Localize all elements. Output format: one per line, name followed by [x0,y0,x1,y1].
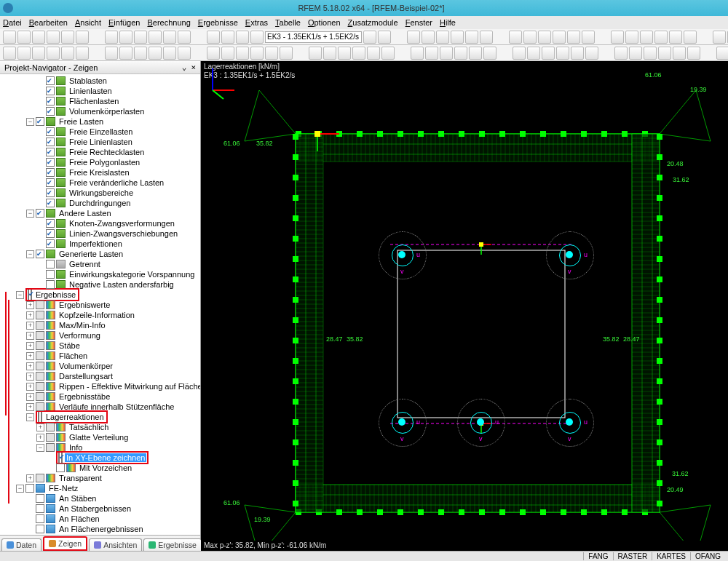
tree-item[interactable]: Getrennt [1,259,200,269]
expand-icon[interactable] [26,474,34,482]
checkbox[interactable] [36,372,44,381]
toolbar-button[interactable] [17,31,31,44]
tree-label[interactable]: Andere Lasten [58,208,113,218]
checkbox[interactable] [46,280,55,289]
toolbar-button[interactable] [582,31,595,44]
toolbar-button[interactable] [76,31,89,44]
expand-icon[interactable] [26,393,34,401]
expand-icon[interactable] [26,352,34,360]
navigator-tabs[interactable]: DatenZeigenAnsichtenErgebnisse [0,535,200,551]
status-kartes[interactable]: KARTES [652,552,690,560]
menu-datei[interactable]: Datei [3,18,22,27]
expand-icon[interactable] [26,342,34,350]
menu-extras[interactable]: Extras [245,18,268,27]
toolbar-button[interactable] [542,47,555,60]
checkbox[interactable] [36,250,44,258]
tree-item[interactable]: Volumenkörper [1,361,200,371]
menu-optionen[interactable]: Optionen [308,18,341,27]
tree-item[interactable]: Freie Kreislasten [1,167,200,178]
expand-icon[interactable] [26,362,34,370]
expand-icon[interactable] [26,322,34,330]
expand-icon[interactable] [26,332,34,340]
toolbar-button[interactable] [3,47,16,60]
tree-label[interactable]: Freie Rechtecklasten [68,147,146,157]
checkbox[interactable] [46,260,55,268]
tree-item[interactable]: Flächenlasten [1,96,200,106]
toolbar-button[interactable] [465,31,478,44]
toolbar-button[interactable] [61,31,74,44]
toolbar-button[interactable] [163,47,176,60]
tree-item[interactable]: Ergebniswerte [1,300,200,310]
tree-label[interactable]: Linienlasten [68,86,114,96]
checkbox[interactable] [46,188,55,197]
toolbar-button[interactable] [451,31,464,44]
expand-icon[interactable] [16,485,24,493]
toolbar-button[interactable] [47,47,60,60]
tree-item[interactable]: Freie Polygonlasten [1,157,200,167]
nav-tab-ergebnisse[interactable]: Ergebnisse [143,538,202,551]
tree-label[interactable]: Imperfektionen [68,239,124,249]
toolbar-button[interactable] [207,47,220,60]
tree-item[interactable]: Glatte Verteilung [1,432,200,442]
tree-item[interactable]: Ergebnisstäbe [1,391,200,402]
tree-item[interactable]: An Flächen [1,514,200,524]
toolbar-button[interactable] [644,47,657,60]
toolbar-button[interactable] [411,47,424,60]
checkbox[interactable] [36,494,44,503]
expand-icon[interactable] [36,434,44,442]
toolbar-button[interactable] [553,31,566,44]
checkbox[interactable] [46,229,55,238]
checkbox[interactable] [36,362,44,370]
checkbox[interactable] [36,331,44,340]
checkbox[interactable] [46,127,55,136]
toolbar-button[interactable] [407,31,420,44]
checkbox[interactable] [36,504,44,513]
checkbox[interactable] [46,148,55,156]
toolbar-button[interactable] [513,47,526,60]
tree-label[interactable]: An Stabergebnissen [58,504,132,514]
toolbar-button[interactable] [538,31,551,44]
tree-label[interactable]: Transparent [58,473,103,483]
expand-icon[interactable] [26,373,34,381]
tree-label[interactable]: Mit Vorzeichen [78,463,133,473]
status-ofang[interactable]: OFANG [690,552,725,560]
toolbar-button[interactable] [483,47,496,60]
checkbox[interactable] [36,321,44,330]
checkbox[interactable] [36,341,44,350]
checkbox[interactable] [46,270,55,279]
toolbar-1[interactable] [0,29,728,45]
toolbar-button[interactable] [480,31,493,44]
toolbar-button[interactable] [422,31,435,44]
tree-label[interactable]: Einwirkungskategorie Vorspannung [68,269,196,279]
tree-item[interactable]: Linienlasten [1,86,200,96]
toolbar-button[interactable] [236,47,249,60]
toolbar-button[interactable] [178,31,191,44]
toolbar-button[interactable] [625,31,638,44]
menu-einfügen[interactable]: Einfügen [108,18,140,27]
toolbar-button[interactable] [221,47,234,60]
tree-label[interactable]: Volumenkörperlasten [68,106,146,116]
toolbar-button[interactable] [119,47,132,60]
tree-label[interactable]: Freie Linienlasten [68,137,134,147]
toolbar-button[interactable] [673,47,686,60]
expand-icon[interactable] [26,118,34,126]
toolbar-button[interactable] [134,31,147,44]
expand-icon[interactable] [26,311,34,319]
toolbar-button[interactable] [363,31,376,44]
menu-ergebnisse[interactable]: Ergebnisse [198,18,238,27]
menu-hilfe[interactable]: Hilfe [440,18,456,27]
toolbar-button[interactable] [425,47,438,60]
tree-item[interactable]: Knoten-Zwangsverformungen [1,218,200,228]
status-fang[interactable]: FANG [583,552,612,560]
checkbox[interactable] [36,392,44,401]
toolbar-button[interactable] [149,31,162,44]
tree-label[interactable]: Freie Lasten [58,116,105,127]
checkbox[interactable] [36,474,44,482]
checkbox[interactable] [46,107,55,116]
tree-label[interactable]: Tatsächlich [68,422,110,432]
tree-item[interactable]: In XY-Ebene zeichnen [1,453,200,463]
menu-bearbeiten[interactable]: Bearbeiten [29,18,68,27]
tree-label[interactable]: Stäbe [58,341,82,351]
tree[interactable]: StablastenLinienlastenFlächenlastenVolum… [0,74,200,535]
checkbox[interactable] [36,311,44,319]
